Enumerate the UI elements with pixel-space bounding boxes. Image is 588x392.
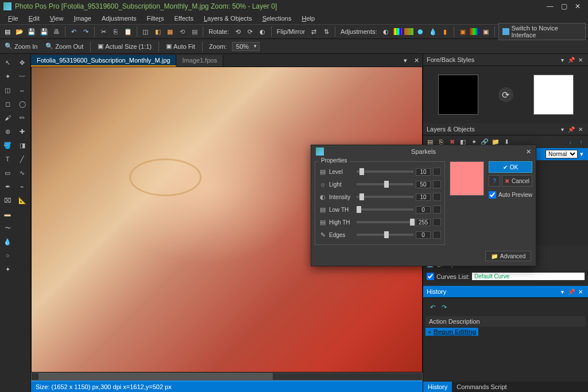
heal-tool[interactable]: ✚ [16, 125, 29, 138]
edges-value[interactable]: 0 [416, 231, 431, 239]
menu-file[interactable]: FFileile [3, 14, 23, 23]
tab-document-2[interactable]: Image1.fpos [176, 55, 223, 67]
lowth-slider[interactable] [357, 208, 413, 211]
panel-close-icon[interactable]: ✕ [577, 56, 585, 64]
edges-slider[interactable] [357, 234, 413, 236]
fill-tool[interactable]: 🪣 [1, 139, 14, 152]
forebackstyles-header[interactable]: Fore/Back Styles ▾ 📌 ✕ [423, 54, 588, 66]
adj-hue-icon[interactable]: ⬣ [416, 26, 425, 37]
rotate-right-icon[interactable]: ⟳ [245, 26, 255, 37]
print-icon[interactable]: 🖶 [51, 26, 61, 37]
level-reset[interactable] [433, 168, 441, 176]
foreground-swatch[interactable] [438, 75, 478, 115]
menu-help[interactable]: Help [297, 14, 319, 23]
maximize-button[interactable]: ▢ [557, 1, 571, 11]
ok-button[interactable]: ✔OK [489, 161, 532, 173]
pencil-tool[interactable]: ✏ [16, 111, 29, 124]
level-slider[interactable] [357, 170, 413, 173]
light-slider[interactable] [357, 183, 413, 185]
save-as-icon[interactable]: 💾 [39, 26, 49, 37]
paste-icon[interactable]: 📋 [123, 26, 133, 37]
adj-extra1-icon[interactable]: ▣ [458, 26, 467, 37]
zoom-in-button[interactable]: 🔍Zoom In [2, 41, 40, 51]
transform-tool[interactable]: ◫ [1, 84, 14, 96]
undo-icon[interactable]: ↶ [69, 26, 79, 37]
cut-icon[interactable]: ✂ [98, 26, 108, 37]
highth-reset[interactable] [433, 218, 441, 226]
pointer-tool[interactable]: ↖ [1, 56, 14, 69]
auto-fit-button[interactable]: ▣Auto Fit [164, 41, 198, 51]
menu-selections[interactable]: Selections [258, 14, 296, 23]
rotate-custom-icon[interactable]: ◐ [257, 26, 267, 37]
edges-reset[interactable] [433, 231, 441, 239]
swap-colors-icon[interactable]: ⟳ [498, 87, 513, 102]
history-undo-icon[interactable]: ↶ [428, 302, 437, 312]
panel-menu-icon[interactable]: ▾ [558, 56, 566, 64]
dialog-titlebar[interactable]: Sparkels ✕ [311, 145, 536, 158]
pen-tool[interactable]: ✒ [1, 180, 14, 193]
history-close-icon[interactable]: ✕ [577, 288, 585, 296]
layer-down-icon[interactable]: ↓ [566, 137, 575, 146]
history-menu-icon[interactable]: ▾ [558, 288, 566, 296]
lowth-value[interactable]: 0 [416, 206, 431, 214]
layers-close-icon[interactable]: ✕ [577, 125, 585, 133]
open-file-icon[interactable]: 📂 [14, 26, 24, 37]
advanced-button[interactable]: 📁 Advanced [485, 251, 531, 261]
adj-color-icon[interactable] [404, 28, 413, 35]
save-icon[interactable]: 💾 [27, 26, 37, 37]
ellipse-select-tool[interactable]: ◯ [16, 98, 29, 110]
layers-menu-icon[interactable]: ▾ [558, 125, 566, 133]
curve-name-field[interactable]: Default Curve [472, 273, 585, 280]
highth-slider[interactable] [357, 221, 413, 223]
tab-dropdown-icon[interactable]: ▾ [400, 55, 411, 67]
blend-mode-select[interactable]: Normal [546, 150, 578, 158]
level-value[interactable]: 10 [416, 168, 431, 176]
adj-fire-icon[interactable]: ▮ [440, 26, 450, 37]
rotate-left-icon[interactable]: ⟲ [233, 26, 243, 37]
tab-close-icon[interactable]: ✕ [411, 55, 423, 67]
rect-select-tool[interactable]: ◻ [1, 98, 14, 110]
blur-tool[interactable]: 💧 [1, 235, 14, 248]
curves-list-checkbox[interactable] [427, 273, 434, 280]
auto-preview-checkbox[interactable]: Auto Preview [489, 191, 532, 199]
color-preview[interactable] [450, 161, 484, 196]
intensity-slider[interactable] [357, 196, 413, 198]
dodge-tool[interactable]: ○ [1, 249, 14, 262]
menu-edit[interactable]: Edit [24, 14, 44, 23]
curve-tool[interactable]: ∿ [16, 166, 29, 179]
minimize-button[interactable]: — [543, 1, 557, 11]
shape-tool[interactable]: ▭ [1, 166, 14, 179]
menu-adjustments[interactable]: Adjustments [97, 14, 141, 23]
tab-document-1[interactable]: Fotolia_95319600_Subscription_Monthly_M.… [31, 55, 176, 67]
bottom-tab-commands[interactable]: Commands Script [452, 382, 511, 392]
layer-up-icon[interactable]: ↑ [577, 137, 586, 146]
adj-drop-icon[interactable]: 💧 [428, 26, 438, 37]
lasso-tool[interactable]: 〰 [16, 70, 29, 83]
move-tool[interactable]: ✥ [16, 56, 29, 69]
brush-tool[interactable]: 🖌 [1, 111, 14, 124]
adj-contrast-icon[interactable]: ◐ [381, 26, 391, 37]
menu-image[interactable]: Image [69, 14, 96, 23]
measure-tool[interactable]: 📐 [16, 194, 29, 207]
blend-mode-arrow-icon[interactable]: ▾ [580, 150, 583, 158]
copy-icon[interactable]: ⎘ [111, 26, 121, 37]
intensity-reset[interactable] [433, 193, 441, 201]
dialog-close-icon[interactable]: ✕ [526, 148, 531, 156]
canvas-icon[interactable]: ▦ [165, 26, 175, 37]
wand-tool[interactable]: ✦ [1, 70, 14, 83]
eraser-tool[interactable]: ▬ [1, 208, 14, 220]
horizontal-scrollbar[interactable] [31, 372, 423, 381]
line-tool[interactable]: ╱ [16, 153, 29, 165]
adj-levels-icon[interactable] [393, 28, 402, 35]
menu-filters[interactable]: Filters [142, 14, 169, 23]
layers-pin-icon[interactable]: 📌 [567, 125, 575, 133]
text-tool[interactable]: T [1, 153, 14, 165]
adj-extra3-icon[interactable]: ▣ [481, 26, 491, 37]
close-button[interactable]: ✕ [571, 1, 585, 11]
history-pin-icon[interactable]: 📌 [567, 288, 575, 296]
layers-header[interactable]: Layers & Objects ▾ 📌 ✕ [423, 123, 588, 135]
menu-effects[interactable]: Effects [169, 14, 198, 23]
bottom-tab-history[interactable]: History [423, 382, 452, 392]
gradient-tool[interactable]: ◨ [16, 139, 29, 152]
resize-icon[interactable]: ◧ [153, 26, 163, 37]
